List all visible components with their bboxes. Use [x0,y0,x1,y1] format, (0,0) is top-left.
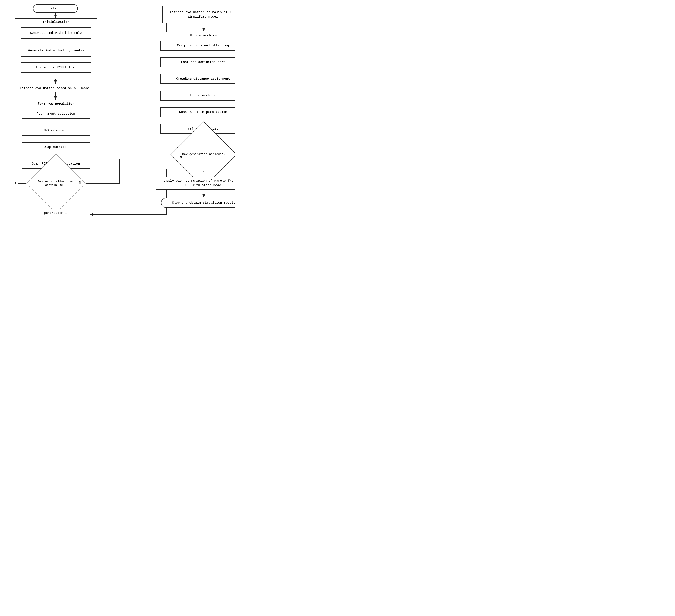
init-group-label: Initialization [15,20,97,24]
fitness-apc-simplified-box: Fitness evaluation on basis of APC simpl… [162,6,235,23]
tournament-box: Fournament selection [22,109,90,119]
init-rcfpi-label: Initialize RCFPI list [35,65,76,70]
gen-by-rule-label: Generate individual by rule [30,31,82,35]
gen-by-random-label: Generate individual by random [28,49,84,53]
form-pop-label: Form new population [15,102,97,106]
stop-node: Stop and obtain simualtion result [161,198,235,208]
fast-non-dom-box: Fast non-dominated sort [160,57,235,67]
max-gen-diamond: Max generation achieved? [161,140,235,168]
init-group: Initialization Generate individual by ru… [15,18,97,79]
scan-rcfpi-right-box: Scan RCFPI in permutation [160,107,235,117]
stop-label: Stop and obtain simualtion result [172,201,235,205]
y-label-left: Y [14,181,16,185]
init-rcfpi-box: Initialize RCFPI list [21,62,91,73]
swap-label: Swap mutation [43,145,68,149]
scan-rcfpi-right-label: Scan RCFPI in permutation [179,110,227,115]
pmx-box: PMX crossover [22,126,90,136]
merge-parents-box: Merge parents and offspring [160,41,235,51]
fitness-apc-model-label: Fitness evaluation based on APC model [20,86,91,90]
apply-pareto-label: Apply each permutation of Pareto front t… [164,179,235,188]
update-archive-label: Update archive [155,34,235,38]
tournament-label: Fournament selection [37,112,75,116]
crowding-dist-label: Crowding distance assignment [176,77,230,81]
fitness-apc-model-box: Fitness evaluation based on APC model [12,84,99,92]
y-label-mid: Y [203,170,204,173]
gen-plus1-box: generation+1 [31,209,80,217]
update-archive-group: Update archive Merge parents and offspri… [155,31,235,140]
start-node: start [33,4,78,13]
gen-plus1-label: generation+1 [44,211,67,215]
merge-parents-label: Merge parents and offspring [177,43,229,48]
pmx-label: PMX crossover [43,128,68,133]
gen-by-rule-box: Generate individual by rule [21,27,91,39]
fitness-apc-simplified-label: Fitness evaluation on basis of APC simpl… [170,10,235,19]
start-label: start [51,6,60,11]
flowchart: start Initialization Generate individual… [0,0,235,299]
max-gen-label: Max generation achieved? [169,152,235,157]
remove-rcfpi-diamond: Remove individual thatcontain RCFPI [25,173,86,194]
crowding-dist-box: Crowding distance assignment [160,74,235,84]
update-archieve-label: Update archieve [189,93,217,98]
fast-non-dom-label: Fast non-dominated sort [181,60,225,64]
gen-by-random-box: Generate individual by random [21,45,91,57]
remove-rcfpi-label: Remove individual thatcontain RCFPI [31,180,81,187]
apply-pareto-box: Apply each permutation of Pareto front t… [156,177,235,190]
swap-box: Swap mutation [22,142,90,152]
update-archieve-box: Update archieve [160,90,235,100]
